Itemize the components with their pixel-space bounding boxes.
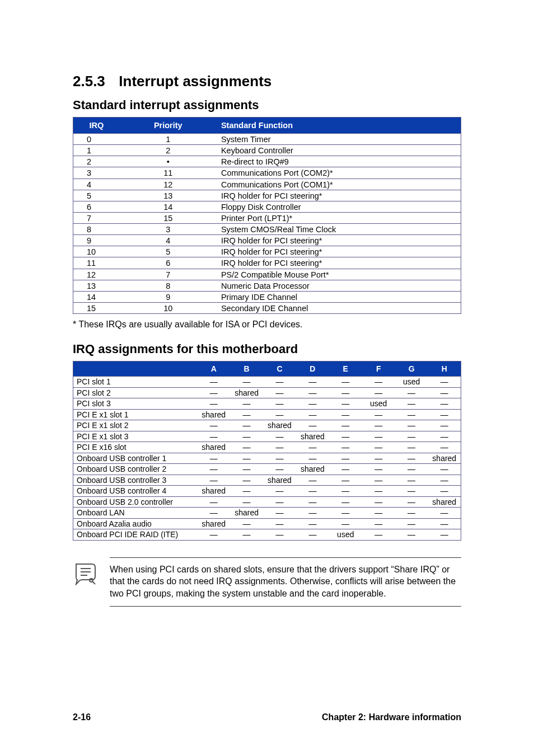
cell-function: IRQ holder for PCI steering* bbox=[217, 235, 461, 246]
cell-value: — bbox=[329, 496, 362, 508]
cell-function: Secondary IDE Channel bbox=[217, 302, 461, 313]
cell-value: — bbox=[230, 496, 263, 508]
col-function: Standard Function bbox=[217, 118, 461, 134]
table-row: Onboard PCI IDE RAID (ITE)————used——— bbox=[73, 529, 461, 541]
cell-value: — bbox=[362, 508, 395, 519]
table-row: 2•Re-direct to IRQ#9 bbox=[73, 156, 461, 167]
cell-label: Onboard Azalia audio bbox=[73, 518, 198, 529]
cell-value: — bbox=[428, 442, 461, 453]
subheading-standard: Standard interrupt assignments bbox=[73, 98, 461, 112]
table-row: 127PS/2 Compatible Mouse Port* bbox=[73, 269, 461, 280]
cell-irq: 6 bbox=[73, 201, 120, 212]
cell-value: — bbox=[362, 453, 395, 464]
table-row: Onboard USB controller 4shared——————— bbox=[73, 486, 461, 497]
cell-value: — bbox=[362, 529, 395, 541]
standard-irq-table: IRQ Priority Standard Function 01System … bbox=[73, 117, 461, 314]
cell-value: — bbox=[428, 431, 461, 442]
cell-value: — bbox=[263, 431, 296, 442]
cell-value: — bbox=[362, 475, 395, 486]
table-row: PCI E x1 slot 1shared——————— bbox=[73, 409, 461, 420]
cell-value: — bbox=[263, 518, 296, 529]
cell-value: — bbox=[263, 496, 296, 508]
table-row: 83System CMOS/Real Time Clock bbox=[73, 224, 461, 235]
cell-value: — bbox=[263, 453, 296, 464]
cell-label: Onboard USB 2.0 controller bbox=[73, 496, 198, 508]
cell-value: shared bbox=[197, 409, 230, 420]
cell-value: shared bbox=[230, 387, 263, 398]
cell-value: — bbox=[395, 518, 428, 529]
cell-value: — bbox=[263, 377, 296, 388]
cell-value: — bbox=[395, 442, 428, 453]
cell-value: — bbox=[395, 398, 428, 410]
cell-irq: 8 bbox=[73, 224, 120, 235]
cell-value: used bbox=[395, 377, 428, 388]
cell-value: — bbox=[362, 464, 395, 475]
table-row: 715Printer Port (LPT1)* bbox=[73, 212, 461, 223]
cell-label: PCI E x1 slot 2 bbox=[73, 420, 198, 431]
cell-irq: 11 bbox=[73, 257, 120, 269]
cell-value: — bbox=[428, 529, 461, 541]
cell-irq: 12 bbox=[73, 269, 120, 280]
cell-value: — bbox=[230, 453, 263, 464]
cell-label: Onboard USB controller 1 bbox=[73, 453, 198, 464]
cell-value: — bbox=[428, 420, 461, 431]
cell-value: used bbox=[362, 398, 395, 410]
table-row: 1510Secondary IDE Channel bbox=[73, 302, 461, 313]
table-row: Onboard USB controller 3——shared————— bbox=[73, 475, 461, 486]
cell-value: — bbox=[395, 409, 428, 420]
cell-value: — bbox=[197, 453, 230, 464]
section-number: 2.5.3 bbox=[73, 73, 105, 90]
cell-value: — bbox=[329, 409, 362, 420]
cell-value: — bbox=[362, 409, 395, 420]
cell-value: — bbox=[263, 398, 296, 410]
cell-value: — bbox=[263, 464, 296, 475]
table-row: PCI slot 2—shared—————— bbox=[73, 387, 461, 398]
cell-value: — bbox=[428, 518, 461, 529]
note-callout: When using PCI cards on shared slots, en… bbox=[73, 557, 461, 607]
cell-value: — bbox=[296, 398, 329, 410]
cell-value: — bbox=[362, 518, 395, 529]
cell-value: — bbox=[263, 486, 296, 497]
cell-value: — bbox=[329, 475, 362, 486]
cell-value: — bbox=[296, 420, 329, 431]
cell-value: — bbox=[395, 486, 428, 497]
cell-value: — bbox=[296, 442, 329, 453]
col-blank bbox=[73, 361, 198, 377]
cell-value: shared bbox=[197, 486, 230, 497]
section-title: Interrupt assignments bbox=[119, 73, 271, 90]
table-row: 513IRQ holder for PCI steering* bbox=[73, 190, 461, 201]
cell-irq: 14 bbox=[73, 291, 120, 302]
cell-value: — bbox=[428, 387, 461, 398]
cell-value: — bbox=[230, 475, 263, 486]
cell-value: — bbox=[197, 431, 230, 442]
table-row: PCI slot 3—————used—— bbox=[73, 398, 461, 410]
cell-value: — bbox=[197, 387, 230, 398]
cell-label: Onboard PCI IDE RAID (ITE) bbox=[73, 529, 198, 541]
cell-priority: 12 bbox=[120, 179, 217, 190]
table-row: Onboard Azalia audioshared——————— bbox=[73, 518, 461, 529]
cell-function: Communications Port (COM1)* bbox=[217, 179, 461, 190]
cell-function: System Timer bbox=[217, 134, 461, 145]
cell-value: shared bbox=[197, 518, 230, 529]
cell-value: — bbox=[395, 387, 428, 398]
table-row: 614Floppy Disk Controller bbox=[73, 201, 461, 212]
cell-value: — bbox=[428, 398, 461, 410]
cell-value: — bbox=[230, 464, 263, 475]
cell-value: — bbox=[230, 529, 263, 541]
cell-value: — bbox=[296, 409, 329, 420]
cell-priority: 5 bbox=[120, 246, 217, 257]
cell-priority: 8 bbox=[120, 280, 217, 291]
cell-value: — bbox=[197, 377, 230, 388]
cell-value: — bbox=[263, 529, 296, 541]
cell-value: — bbox=[230, 420, 263, 431]
cell-value: used bbox=[329, 529, 362, 541]
cell-function: Keyboard Controller bbox=[217, 145, 461, 156]
cell-value: — bbox=[395, 453, 428, 464]
cell-function: Re-direct to IRQ#9 bbox=[217, 156, 461, 167]
cell-function: Floppy Disk Controller bbox=[217, 201, 461, 212]
cell-value: — bbox=[230, 486, 263, 497]
cell-priority: 4 bbox=[120, 235, 217, 246]
footnote-irqs: * These IRQs are usually available for I… bbox=[73, 320, 461, 330]
cell-value: — bbox=[263, 387, 296, 398]
table-row: PCI E x16 slotshared——————— bbox=[73, 442, 461, 453]
